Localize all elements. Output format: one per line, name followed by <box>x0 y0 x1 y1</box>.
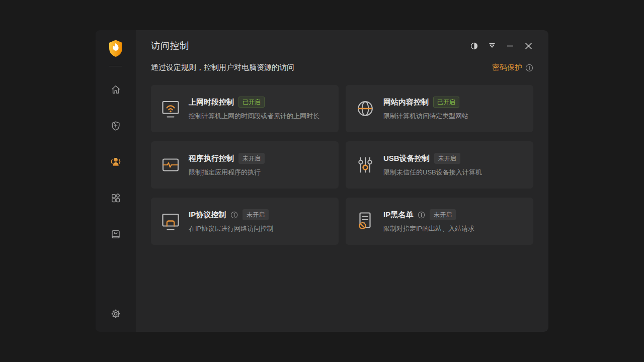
card-title: USB设备控制 <box>383 154 430 163</box>
card-program-execution-control[interactable]: 程序执行控制 未开启 限制指定应用程序的执行 <box>151 141 339 189</box>
card-description: 限制未信任的USB设备接入计算机 <box>383 168 482 177</box>
app-logo-shield-icon <box>108 39 124 57</box>
theme-contrast-button[interactable] <box>465 38 483 53</box>
card-ip-protocol-control[interactable]: IP协议控制 未开启 在IP协议层进行网络访问控制 <box>151 198 339 245</box>
menu-icon <box>488 42 496 49</box>
info-icon[interactable] <box>418 211 425 219</box>
document-block-icon <box>354 210 376 232</box>
globe-icon <box>354 98 376 120</box>
monitor-wifi-icon <box>159 98 182 120</box>
content-area: 访问控制 <box>136 30 548 332</box>
card-title: 程序执行控制 <box>189 154 234 163</box>
sidebar-item-settings[interactable] <box>96 296 136 332</box>
status-badge: 未开启 <box>430 209 456 220</box>
contrast-icon <box>470 42 478 50</box>
sidebar-item-toolbox[interactable] <box>96 216 136 252</box>
sidebar-nav <box>96 71 136 252</box>
subtitle-row: 通过设定规则，控制用户对电脑资源的访问 密码保护 <box>151 62 533 73</box>
page-subtitle: 通过设定规则，控制用户对电脑资源的访问 <box>151 63 294 72</box>
info-icon[interactable] <box>230 211 238 219</box>
page-title: 访问控制 <box>151 40 189 52</box>
monitor-window-icon <box>159 210 182 232</box>
sidebar-item-protection[interactable] <box>96 108 136 144</box>
toolbox-icon <box>110 228 122 240</box>
window-controls <box>465 38 537 53</box>
status-badge: 已开启 <box>433 97 459 108</box>
sidebar-item-access-control-active[interactable] <box>96 144 136 180</box>
info-icon[interactable] <box>525 64 533 72</box>
card-title: 上网时段控制 <box>189 98 234 107</box>
password-protection-label: 密码保护 <box>492 63 522 72</box>
status-badge: 未开启 <box>243 209 269 220</box>
card-internet-time-control[interactable]: 上网时段控制 已开启 控制计算机上网的时间段或者累计的上网时长 <box>151 85 339 132</box>
sidebar <box>96 30 136 332</box>
sliders-icon <box>354 154 376 176</box>
card-website-content-control[interactable]: 网站内容控制 已开启 限制计算机访问特定类型网站 <box>346 85 533 132</box>
pulse-monitor-icon <box>159 154 182 176</box>
card-description: 在IP协议层进行网络访问控制 <box>189 224 273 233</box>
close-icon <box>524 42 533 50</box>
card-title: 网站内容控制 <box>383 98 429 107</box>
person-icon <box>109 155 123 169</box>
shield-plus-icon <box>110 120 122 132</box>
control-cards-grid: 上网时段控制 已开启 控制计算机上网的时间段或者累计的上网时长 网站内容控制 已… <box>151 85 533 245</box>
sidebar-divider <box>109 66 122 66</box>
status-badge: 未开启 <box>434 153 460 164</box>
home-icon <box>110 83 122 96</box>
card-usb-device-control[interactable]: USB设备控制 未开启 限制未信任的USB设备接入计算机 <box>346 141 533 189</box>
close-button[interactable] <box>519 38 537 53</box>
minimize-button[interactable] <box>501 38 519 53</box>
minimize-icon <box>506 42 514 50</box>
card-title: IP黑名单 <box>383 210 413 220</box>
card-description: 限制对指定IP的出站、入站请求 <box>383 224 474 233</box>
card-ip-blacklist[interactable]: IP黑名单 未开启 限制对指定IP的出站、入站请求 <box>346 198 533 245</box>
card-description: 限制指定应用程序的执行 <box>189 168 265 177</box>
card-title: IP协议控制 <box>189 210 226 220</box>
sidebar-item-home[interactable] <box>96 71 136 108</box>
status-badge: 已开启 <box>238 97 265 108</box>
title-bar: 访问控制 <box>151 37 533 54</box>
main-menu-button[interactable] <box>483 38 501 53</box>
apps-grid-icon <box>110 192 122 204</box>
app-window: 访问控制 <box>96 30 548 332</box>
card-description: 限制计算机访问特定类型网站 <box>383 112 468 121</box>
password-protection-link[interactable]: 密码保护 <box>492 63 533 72</box>
gear-icon <box>110 308 122 320</box>
status-badge: 未开启 <box>238 153 265 164</box>
sidebar-item-extensions[interactable] <box>96 180 136 216</box>
card-description: 控制计算机上网的时间段或者累计的上网时长 <box>189 112 319 121</box>
